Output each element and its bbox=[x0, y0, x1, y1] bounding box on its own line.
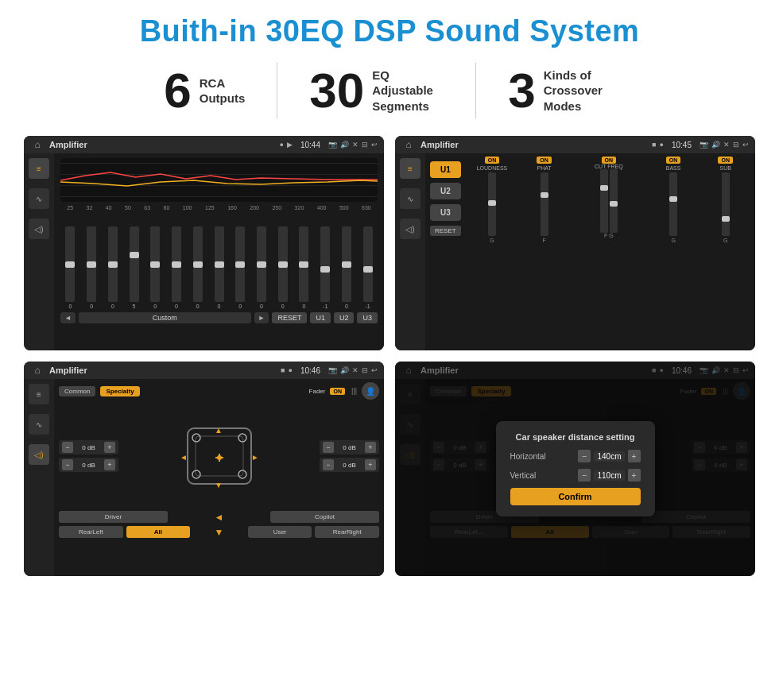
home-icon-2[interactable]: ⌂ bbox=[401, 137, 416, 152]
crossover-channels-area: ON LOUDNESS G ON PHAT F bbox=[467, 157, 750, 347]
eq-u1-btn[interactable]: U1 bbox=[310, 312, 331, 323]
fader-sidebar-speaker-icon[interactable]: ◁) bbox=[29, 444, 49, 465]
confirm-button[interactable]: Confirm bbox=[510, 488, 641, 505]
eq-slider-col: 0 bbox=[273, 226, 293, 309]
u1-button[interactable]: U1 bbox=[430, 161, 461, 178]
dialog-horizontal-minus[interactable]: − bbox=[578, 450, 591, 462]
eq-sliders: 0 0 0 5 bbox=[60, 214, 378, 309]
eq-sidebar-speaker-icon[interactable]: ◁) bbox=[29, 219, 49, 239]
db-plus-br[interactable]: + bbox=[365, 459, 376, 470]
crossover-status-icons: ■ ● bbox=[652, 141, 664, 149]
eq-reset-btn[interactable]: RESET bbox=[272, 312, 307, 323]
common-button[interactable]: Common bbox=[59, 386, 95, 396]
crossover-sidebar-speaker-icon[interactable]: ◁) bbox=[400, 219, 421, 239]
loudness-slider[interactable] bbox=[488, 172, 496, 236]
sub-label: SUB bbox=[720, 165, 731, 171]
home-icon-3[interactable]: ⌂ bbox=[30, 363, 45, 377]
eq-slider-track[interactable] bbox=[320, 226, 330, 302]
crossover-status-bar: ⌂ Amplifier ■ ● 10:45 📷 🔊 ✕ ⊟ ↩ bbox=[395, 136, 755, 153]
fader-top-row: Common Specialty Fader ON ||| 👤 bbox=[59, 382, 379, 400]
eq-slider-track[interactable] bbox=[87, 226, 96, 302]
eq-custom-btn[interactable]: Custom bbox=[79, 312, 251, 323]
eq-u2-btn[interactable]: U2 bbox=[334, 312, 355, 323]
eq-u3-btn[interactable]: U3 bbox=[357, 312, 378, 323]
bass-slider[interactable] bbox=[669, 172, 677, 236]
eq-slider-track[interactable] bbox=[235, 226, 245, 302]
eq-slider-track[interactable] bbox=[278, 226, 288, 302]
stat-number-rca: 6 bbox=[164, 66, 191, 115]
page-wrapper: Buith-in 30EQ DSP Sound System 6 RCAOutp… bbox=[0, 0, 779, 700]
crossover-sidebar-wave-icon[interactable]: ∿ bbox=[400, 188, 421, 209]
dialog-horizontal-plus[interactable]: + bbox=[628, 450, 641, 462]
db-plus-bl[interactable]: + bbox=[104, 459, 115, 470]
sub-thumb bbox=[722, 216, 730, 222]
eq-slider-track[interactable] bbox=[342, 226, 351, 302]
fader-sidebar-wave-icon[interactable]: ∿ bbox=[29, 414, 49, 435]
cutfreq-slider-g[interactable] bbox=[610, 169, 618, 233]
reset-btn[interactable]: RESET bbox=[430, 226, 461, 236]
db-minus-br[interactable]: − bbox=[323, 459, 334, 470]
u2-button[interactable]: U2 bbox=[430, 183, 461, 199]
db-minus-tl[interactable]: − bbox=[62, 442, 73, 453]
u3-button[interactable]: U3 bbox=[430, 204, 461, 221]
rearright-btn[interactable]: RearRight bbox=[315, 526, 379, 538]
eq-slider-track[interactable] bbox=[172, 226, 181, 302]
screens-grid: ⌂ Amplifier ● ▶ 10:44 📷 🔊 ✕ ⊟ ↩ ≡ bbox=[24, 136, 755, 576]
stat-crossover: 3 Kinds ofCrossover Modes bbox=[476, 66, 646, 115]
fader-main-area: Common Specialty Fader ON ||| 👤 − 0 dB + bbox=[54, 379, 384, 576]
eq-slider-track[interactable] bbox=[130, 226, 139, 302]
cutfreq-thumb-f bbox=[600, 185, 608, 191]
back-icon: ↩ bbox=[371, 141, 378, 149]
stat-number-crossover: 3 bbox=[508, 66, 535, 115]
eq-slider-track[interactable] bbox=[215, 226, 224, 302]
eq-slider-track[interactable] bbox=[299, 226, 308, 302]
eq-slider-thumb bbox=[342, 261, 351, 268]
u-buttons-col: U1 U2 U3 RESET bbox=[430, 157, 461, 347]
eq-next-btn[interactable]: ► bbox=[254, 312, 269, 323]
crossover-screen-title: Amplifier bbox=[421, 140, 647, 149]
fader-slider-indicator: ||| bbox=[351, 387, 357, 395]
left-arrow-btn[interactable]: ◄ bbox=[215, 512, 224, 523]
speaker-settings-btn[interactable]: 👤 bbox=[362, 382, 379, 400]
cutfreq-channel: ON CUT FREQ F G bbox=[572, 157, 646, 243]
eq-sidebar-eq-icon[interactable]: ≡ bbox=[29, 158, 49, 179]
eq-slider-track[interactable] bbox=[193, 226, 203, 302]
dialog-overlay: Car speaker distance setting Horizontal … bbox=[395, 362, 755, 576]
minimize-icon-2: ⊟ bbox=[733, 141, 739, 149]
eq-slider-track[interactable] bbox=[257, 226, 266, 302]
close-icon: ✕ bbox=[352, 141, 358, 149]
db-minus-tr[interactable]: − bbox=[323, 442, 334, 453]
phat-slider[interactable] bbox=[541, 172, 548, 236]
rearleft-btn[interactable]: RearLeft bbox=[59, 526, 123, 538]
eq-slider-track[interactable] bbox=[150, 226, 160, 302]
cutfreq-slider-f[interactable] bbox=[600, 169, 608, 233]
copilot-btn[interactable]: Copilot bbox=[270, 511, 379, 523]
phat-label: PHAT bbox=[537, 165, 552, 171]
eq-slider-track[interactable] bbox=[65, 226, 75, 302]
eq-slider-col: 0 bbox=[294, 226, 314, 309]
down-arrow-btn[interactable]: ▼ bbox=[215, 527, 224, 538]
driver-btn[interactable]: Driver bbox=[59, 511, 168, 523]
db-plus-tr[interactable]: + bbox=[365, 442, 376, 453]
svg-text:►: ► bbox=[251, 453, 259, 462]
bass-g-label: G bbox=[671, 238, 675, 243]
dialog-vertical-plus[interactable]: + bbox=[628, 469, 641, 481]
eq-slider-col: 5 bbox=[124, 226, 144, 309]
eq-slider-col: 0 bbox=[252, 226, 272, 309]
user-btn[interactable]: User bbox=[248, 526, 312, 538]
eq-prev-btn[interactable]: ◄ bbox=[60, 312, 76, 323]
eq-slider-track[interactable] bbox=[363, 226, 373, 302]
eq-sidebar-wave-icon[interactable]: ∿ bbox=[29, 188, 49, 209]
sub-slider[interactable] bbox=[722, 172, 730, 236]
fader-sidebar-eq-icon[interactable]: ≡ bbox=[29, 384, 49, 404]
all-btn[interactable]: All bbox=[126, 526, 191, 538]
specialty-button[interactable]: Specialty bbox=[100, 386, 139, 396]
db-plus-tl[interactable]: + bbox=[104, 442, 115, 453]
eq-slider-thumb bbox=[193, 261, 203, 268]
db-minus-bl[interactable]: − bbox=[62, 459, 73, 470]
crossover-sidebar-eq-icon[interactable]: ≡ bbox=[400, 158, 421, 179]
dialog-vertical-minus[interactable]: − bbox=[578, 469, 591, 481]
home-icon[interactable]: ⌂ bbox=[30, 137, 45, 152]
eq-sidebar: ≡ ∿ ◁) bbox=[24, 153, 54, 350]
eq-slider-track[interactable] bbox=[108, 226, 118, 302]
